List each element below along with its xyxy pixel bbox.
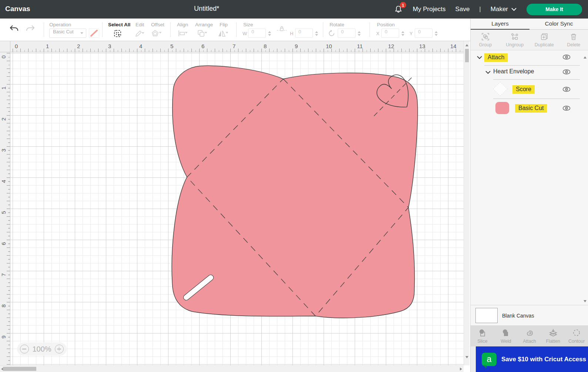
save-link[interactable]: Save	[455, 6, 470, 13]
scroll-up-icon[interactable]	[465, 44, 468, 46]
ruler-number: 13	[419, 43, 425, 49]
panel-scroll-up-icon[interactable]	[584, 56, 587, 59]
visibility-toggle[interactable]	[562, 69, 571, 75]
flatten-button[interactable]: Flatten	[541, 325, 565, 346]
vertical-scroll-thumb[interactable]	[465, 49, 469, 62]
layer-row-attach[interactable]: Attach	[471, 53, 583, 64]
horizontal-scrollbar[interactable]	[0, 365, 464, 372]
vertical-scrollbar[interactable]	[464, 41, 470, 365]
y-label: Y	[410, 31, 413, 36]
scroll-down-icon[interactable]	[465, 356, 468, 358]
duplicate-button[interactable]: Duplicate	[529, 30, 559, 50]
delete-button[interactable]: Delete	[559, 30, 588, 50]
rotate-input[interactable]: 0	[338, 29, 355, 38]
width-stepper[interactable]	[267, 29, 272, 38]
slice-label: Slice	[477, 339, 487, 344]
weld-button[interactable]: Weld	[494, 325, 518, 346]
attach-label: Attach	[523, 339, 536, 344]
panel-scroll-down-icon[interactable]	[584, 300, 587, 302]
ungroup-button[interactable]: Ungroup	[500, 30, 530, 50]
offset-button[interactable]	[151, 29, 164, 38]
ruler-number: 3	[0, 149, 7, 152]
make-it-button[interactable]: Make It	[527, 4, 582, 15]
toolbar-divider	[170, 22, 171, 37]
banner-text: Save $10 with Cricut Access	[501, 356, 586, 363]
blank-canvas-swatch[interactable]	[475, 308, 498, 323]
chevron-down-icon[interactable]	[477, 56, 482, 59]
score-thumbnail	[493, 82, 508, 96]
my-projects-link[interactable]: My Projects	[413, 6, 446, 13]
zoom-in-button[interactable]	[55, 345, 64, 353]
ruler-number: 2	[0, 117, 7, 120]
rotate-icon[interactable]	[328, 29, 336, 37]
machine-selector[interactable]: Maker	[491, 6, 517, 13]
zoom-out-button[interactable]	[20, 345, 29, 353]
contour-label: Contour	[568, 339, 585, 344]
group-button[interactable]: Group	[471, 30, 500, 50]
lock-icon[interactable]	[276, 25, 287, 32]
cricut-access-banner[interactable]: a Save $10 with Cricut Access	[476, 346, 588, 372]
flip-icon	[218, 29, 231, 38]
flip-button[interactable]	[218, 29, 231, 38]
y-stepper[interactable]	[434, 29, 438, 38]
ruler-number: 4	[139, 43, 142, 49]
edit-button[interactable]	[134, 30, 147, 38]
layer-row-heart-envelope[interactable]: Heart Envelope	[471, 67, 583, 79]
width-input[interactable]: 0	[248, 29, 266, 38]
y-input[interactable]: 0	[415, 29, 432, 38]
height-label: H	[290, 31, 293, 36]
slice-button[interactable]: Slice	[471, 325, 494, 346]
visibility-toggle[interactable]	[562, 86, 571, 93]
ruler-horizontal: 01234567891011121314	[10, 41, 464, 52]
chevron-down-icon[interactable]	[485, 71, 491, 74]
rotate-stepper[interactable]	[357, 29, 361, 38]
x-input[interactable]: 0	[381, 29, 399, 38]
visibility-toggle[interactable]	[562, 54, 571, 60]
layer-label-basic-cut[interactable]: Basic Cut	[515, 104, 547, 113]
select-all-button[interactable]	[113, 29, 122, 38]
scroll-right-icon[interactable]	[460, 368, 462, 371]
visibility-toggle[interactable]	[562, 105, 571, 112]
offset-pentagon-icon	[151, 29, 164, 38]
panel-scroll-gutter	[471, 346, 476, 372]
arrange-button[interactable]	[197, 29, 210, 38]
top-header: Canvas Untitled* 1 My Projects Save | Ma…	[0, 0, 588, 19]
attach-button[interactable]: Attach	[518, 325, 541, 346]
header-divider: |	[479, 6, 481, 13]
toolbar-divider	[323, 22, 323, 37]
chevron-down-icon	[511, 7, 517, 11]
chevron-down-icon	[80, 32, 83, 34]
layer-label-attach[interactable]: Attach	[484, 53, 508, 62]
notification-badge: 1	[400, 2, 406, 8]
x-stepper[interactable]	[401, 29, 405, 38]
align-button[interactable]	[177, 29, 190, 38]
contour-button[interactable]: Contour	[565, 325, 588, 346]
height-input[interactable]: 0	[295, 29, 313, 38]
layer-row-basic-cut[interactable]: Basic Cut	[471, 100, 583, 117]
ruler-number: 1	[46, 43, 49, 49]
flatten-label: Flatten	[546, 339, 560, 344]
eye-icon	[562, 86, 571, 93]
toolbar-divider	[102, 22, 103, 37]
toolbar-divider	[370, 22, 370, 37]
group-label: Group	[479, 42, 492, 47]
color-swatch-button[interactable]	[89, 29, 99, 38]
redo-button[interactable]	[25, 24, 36, 33]
layer-label-heart-envelope[interactable]: Heart Envelope	[493, 68, 534, 75]
layer-row-score[interactable]: Score	[471, 81, 583, 99]
undo-icon	[9, 24, 19, 33]
align-label: Align	[177, 22, 188, 27]
blank-canvas-row[interactable]: Blank Canvas	[471, 305, 588, 325]
ungroup-icon	[510, 32, 519, 41]
notifications-button[interactable]: 1	[394, 4, 403, 14]
layer-label-score[interactable]: Score	[512, 85, 535, 94]
horizontal-scroll-thumb[interactable]	[3, 367, 36, 371]
duplicate-icon	[540, 32, 549, 41]
tab-color-sync[interactable]: Color Sync	[529, 19, 588, 30]
ruler-number: 10	[326, 43, 332, 49]
height-stepper[interactable]	[314, 29, 319, 38]
undo-button[interactable]	[9, 24, 19, 33]
document-title[interactable]: Untitled*	[194, 5, 219, 13]
tab-layers[interactable]: Layers	[471, 19, 529, 30]
operation-dropdown[interactable]: Basic Cut	[49, 29, 86, 38]
